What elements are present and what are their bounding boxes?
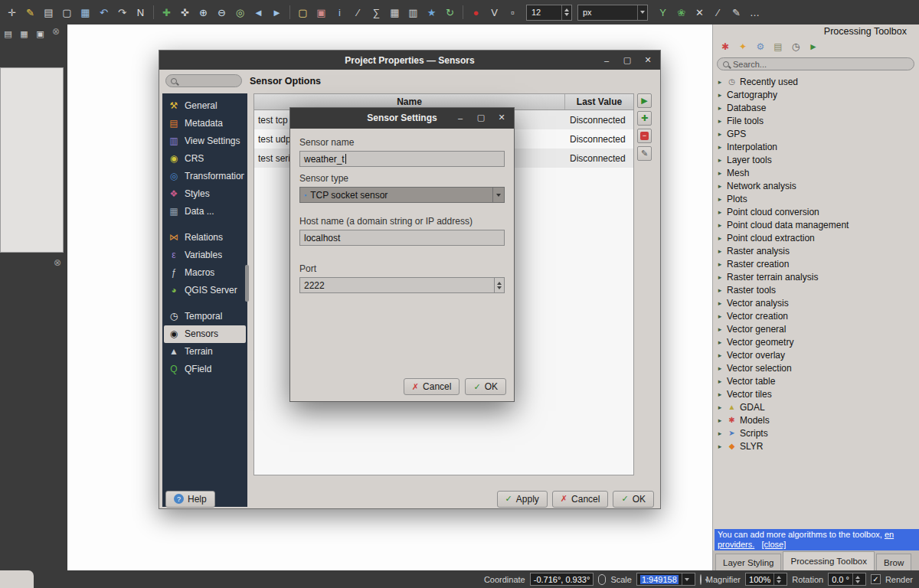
vertex-tool-icon[interactable]: ✜: [177, 5, 193, 21]
tree-category[interactable]: ▸ Vector table: [716, 374, 918, 387]
dock-tab[interactable]: Layer Styling: [715, 554, 781, 570]
expand-arrow-icon[interactable]: ▸: [716, 182, 724, 190]
separator[interactable]: [289, 5, 290, 19]
tree-category[interactable]: ▸ ✱ Models: [716, 413, 918, 426]
ok-button[interactable]: ✓ OK: [465, 378, 506, 395]
sidebar-item[interactable]: ▲ Terrain: [164, 343, 246, 361]
save-edits-icon[interactable]: ▤: [41, 5, 57, 21]
tree-category[interactable]: ▸ GPS: [716, 127, 918, 140]
column-last-value[interactable]: Last Value: [565, 94, 633, 109]
new-project-icon[interactable]: ▢: [59, 5, 75, 21]
cancel-button[interactable]: ✗ Cancel: [404, 378, 460, 395]
help-button[interactable]: ? Help: [165, 491, 215, 508]
start-sensors-button[interactable]: ▶: [637, 93, 652, 108]
expand-arrow-icon[interactable]: ▸: [716, 247, 724, 255]
legend-filter-icon[interactable]: ▣: [34, 28, 47, 41]
sensor-name-input[interactable]: weather_t: [299, 151, 505, 167]
gear-icon[interactable]: ⚙: [754, 41, 767, 53]
tree-category[interactable]: ▸ Point cloud extraction: [716, 231, 918, 244]
tree-category[interactable]: ▸ ▲ GDAL: [716, 400, 918, 413]
expand-arrow-icon[interactable]: ▸: [716, 130, 724, 138]
expand-arrow-icon[interactable]: ▸: [716, 234, 724, 242]
undo-icon[interactable]: ↶: [96, 5, 112, 21]
tree-category[interactable]: ▸ Point cloud conversion: [716, 205, 918, 218]
expand-arrow-icon[interactable]: ▸: [716, 325, 724, 333]
scale-dropdown-arrow[interactable]: [682, 573, 692, 585]
expand-arrow-icon[interactable]: ▸: [716, 443, 724, 450]
separator[interactable]: [153, 5, 154, 19]
deselect-features-icon[interactable]: ▣: [313, 5, 329, 21]
add-feature-icon[interactable]: ✚: [159, 5, 175, 21]
sidebar-item[interactable]: ƒ Macros: [164, 264, 246, 282]
expand-arrow-icon[interactable]: ▸: [716, 91, 724, 99]
sidebar-item[interactable]: ◎ Transformations: [164, 168, 246, 185]
sensor-type-select[interactable]: ▪ TCP socket sensor: [299, 187, 505, 203]
refresh-map-icon[interactable]: ↻: [442, 5, 458, 21]
close-panel-icon[interactable]: ⊗: [52, 257, 63, 268]
close-icon[interactable]: ✕: [643, 55, 652, 65]
expand-arrow-icon[interactable]: ▸: [716, 286, 724, 294]
add-sensor-button[interactable]: ✚: [637, 111, 652, 126]
coordinate-input[interactable]: -0.716°, 0.933°: [530, 573, 594, 586]
tree-category[interactable]: ▸ Raster terrain analysis: [716, 270, 918, 283]
diagonal-tool-icon[interactable]: ∕: [710, 5, 726, 21]
tree-category[interactable]: ▸ Vector selection: [716, 361, 918, 374]
mouse-position-icon[interactable]: [598, 574, 606, 585]
scale-combobox[interactable]: 1:949158: [636, 573, 695, 586]
expand-arrow-icon[interactable]: ▸: [716, 390, 724, 398]
select-features-icon[interactable]: ▢: [295, 5, 311, 21]
tree-category[interactable]: ▸ Raster tools: [716, 283, 918, 296]
label-toolbar-icon[interactable]: V: [486, 5, 502, 21]
expand-arrow-icon[interactable]: ▸: [716, 195, 724, 203]
sidebar-item[interactable]: ε Variables: [164, 247, 246, 264]
providers-link[interactable]: providers.: [718, 540, 754, 549]
identify-features-icon[interactable]: i: [332, 5, 348, 21]
tree-category[interactable]: ▸ Raster analysis: [716, 244, 918, 257]
expand-arrow-icon[interactable]: ▸: [716, 364, 724, 372]
processing-sprout-icon[interactable]: ❀: [673, 5, 689, 21]
sidebar-item[interactable]: ❖ Styles: [164, 185, 246, 203]
expand-arrow-icon[interactable]: ▸: [716, 156, 724, 164]
host-name-input[interactable]: localhost: [299, 230, 505, 246]
dialog-titlebar[interactable]: Project Properties — Sensors – ▢ ✕: [159, 51, 660, 70]
edit-label-icon[interactable]: ✎: [728, 5, 744, 21]
toggle-editing-icon[interactable]: ✎: [22, 5, 38, 21]
models-icon[interactable]: ✱: [719, 41, 731, 53]
zoom-in-icon[interactable]: ⊕: [195, 5, 211, 21]
minimize-icon[interactable]: –: [602, 56, 611, 65]
close-notice-link[interactable]: [close]: [761, 540, 786, 549]
tree-category[interactable]: ▸ File tools: [716, 114, 918, 127]
expand-arrow-icon[interactable]: ▸: [716, 312, 724, 320]
more-tools-icon[interactable]: …: [747, 5, 763, 21]
apply-button[interactable]: ✓ Apply: [497, 491, 548, 508]
field-calculator-icon[interactable]: ▥: [405, 5, 421, 21]
results-viewer-icon[interactable]: ▤: [772, 41, 784, 53]
tree-category[interactable]: ▸ Vector creation: [716, 309, 918, 322]
minimize-icon[interactable]: –: [456, 113, 465, 122]
tree-category[interactable]: ▸ Layer tools: [716, 153, 918, 166]
zoom-out-icon[interactable]: ⊖: [214, 5, 230, 21]
cancel-button[interactable]: ✗ Cancel: [552, 491, 609, 508]
port-spinner[interactable]: 2222: [299, 277, 505, 293]
statistical-summary-icon[interactable]: ∑: [368, 5, 384, 21]
expand-arrow-icon[interactable]: ▸: [716, 78, 724, 86]
expand-arrow-icon[interactable]: ▸: [716, 104, 724, 112]
zoom-next-icon[interactable]: ►: [269, 5, 285, 21]
remove-sensor-button[interactable]: −: [637, 129, 652, 143]
sidebar-item[interactable]: Q QField: [164, 361, 246, 378]
settings-search-input[interactable]: [165, 74, 242, 87]
expand-arrow-icon[interactable]: ▸: [716, 221, 724, 229]
expand-arrow-icon[interactable]: ▸: [716, 260, 724, 268]
tree-category[interactable]: ▸ Interpolation: [716, 140, 918, 153]
tree-category[interactable]: ▸ Network analysis: [716, 179, 918, 192]
maximize-icon[interactable]: ▢: [476, 113, 486, 122]
redo-icon[interactable]: ↷: [114, 5, 130, 21]
tree-category[interactable]: ▸ Database: [716, 101, 918, 114]
magnifier-spin-arrows[interactable]: [773, 573, 783, 585]
tree-category[interactable]: ▸ ◆ SLYR: [716, 439, 918, 452]
sidebar-item[interactable]: ⚒ General: [164, 97, 246, 115]
sidebar-item[interactable]: ◉ Sensors: [164, 325, 246, 343]
open-table-icon[interactable]: ▤: [2, 28, 15, 41]
tree-category[interactable]: ▸ Cartography: [716, 88, 918, 101]
zoom-last-icon[interactable]: ◄: [250, 5, 267, 21]
